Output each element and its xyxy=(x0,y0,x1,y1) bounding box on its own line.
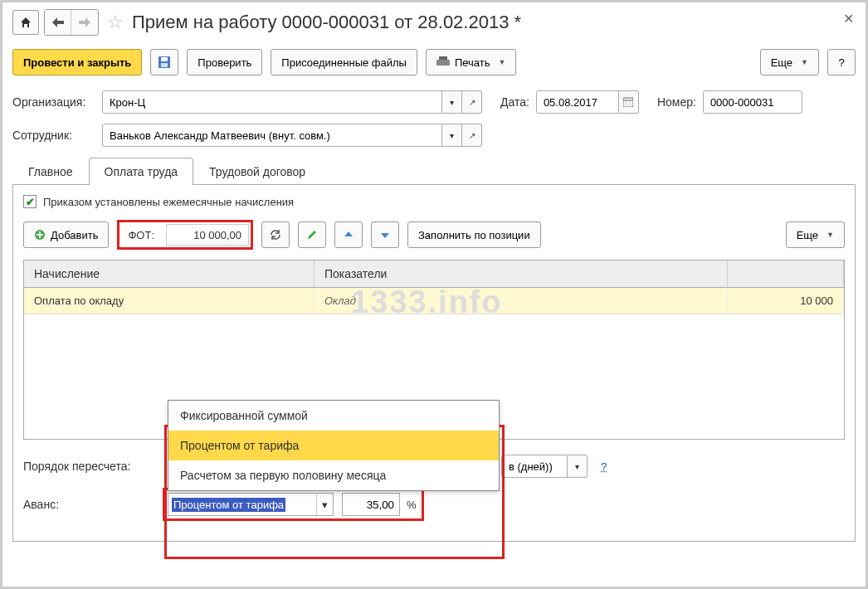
tab-contract[interactable]: Трудовой договор xyxy=(193,158,321,185)
fot-label: ФОТ: xyxy=(121,229,161,241)
more-button[interactable]: Еще ▼ xyxy=(760,49,819,75)
move-up-button[interactable] xyxy=(334,221,363,248)
chevron-down-icon: ▼ xyxy=(499,58,506,66)
recalc-input[interactable] xyxy=(501,455,568,478)
advance-dropdown-list: Фиксированной суммой Процентом от тарифа… xyxy=(168,400,500,491)
advance-option-percent[interactable]: Процентом от тарифа xyxy=(168,431,499,460)
calendar-button[interactable] xyxy=(619,90,639,114)
svg-rect-3 xyxy=(623,98,633,107)
edit-button[interactable] xyxy=(298,221,326,248)
close-icon[interactable]: ✕ xyxy=(843,11,854,27)
cell-indicator: Оклад xyxy=(315,288,728,314)
recalc-label: Порядок пересчета: xyxy=(23,460,156,473)
number-input[interactable] xyxy=(703,90,802,114)
fot-value: 10 000,00 xyxy=(166,224,249,246)
org-dropdown-button[interactable]: ▾ xyxy=(442,90,462,114)
grid-header-indicators: Показатели xyxy=(315,260,728,287)
advance-select[interactable]: Процентом от тарифа ▾ xyxy=(168,493,334,516)
check-button[interactable]: Проверить xyxy=(187,49,262,75)
table-row[interactable]: Оплата по окладу Оклад 10 000 xyxy=(24,288,844,314)
move-down-button[interactable] xyxy=(371,221,399,248)
attached-files-button[interactable]: Присоединенные файлы xyxy=(271,49,417,75)
advance-option-calc[interactable]: Расчетом за первую половину месяца xyxy=(168,460,499,490)
recalc-dropdown-button[interactable]: ▾ xyxy=(568,455,588,478)
home-button[interactable] xyxy=(12,10,39,35)
chevron-down-icon: ▼ xyxy=(827,231,834,239)
employee-label: Сотрудник: xyxy=(12,129,95,142)
svg-rect-1 xyxy=(161,57,168,61)
main-toolbar: Провести и закрыть Проверить Присоединен… xyxy=(12,49,856,75)
date-label: Дата: xyxy=(500,95,529,109)
tab-pay[interactable]: Оплата труда xyxy=(89,158,194,185)
help-button[interactable]: ? xyxy=(827,49,856,75)
monthly-accruals-checkbox[interactable]: ✔ xyxy=(23,195,37,208)
org-open-button[interactable]: ↗ xyxy=(462,90,482,114)
favorite-icon[interactable]: ☆ xyxy=(107,12,124,33)
employee-dropdown-button[interactable]: ▾ xyxy=(442,124,462,147)
fill-by-position-button[interactable]: Заполнить по позиции xyxy=(407,221,541,248)
submit-close-button[interactable]: Провести и закрыть xyxy=(12,49,142,75)
grid-header-value xyxy=(728,260,844,287)
help-link[interactable]: ? xyxy=(601,460,607,473)
svg-rect-2 xyxy=(161,63,168,67)
chevron-down-icon[interactable]: ▾ xyxy=(316,494,333,515)
date-input[interactable] xyxy=(536,90,619,114)
forward-button[interactable] xyxy=(71,10,98,35)
advance-selected-text: Процентом от тарифа xyxy=(172,498,285,512)
cell-value: 10 000 xyxy=(728,288,844,314)
number-label: Номер: xyxy=(657,95,696,109)
grid-more-button[interactable]: Еще ▼ xyxy=(786,221,845,248)
chevron-down-icon: ▼ xyxy=(801,58,808,66)
advance-percent-input[interactable] xyxy=(342,493,400,516)
tab-content-pay: 1333.info ✔ Приказом установлены ежемеся… xyxy=(12,185,856,542)
monthly-accruals-label: Приказом установлены ежемесячные начисле… xyxy=(43,196,294,208)
tabs: Главное Оплата труда Трудовой договор xyxy=(12,157,856,185)
org-input[interactable] xyxy=(102,90,442,114)
printer-icon xyxy=(436,56,450,68)
save-button[interactable] xyxy=(150,49,178,75)
employee-open-button[interactable]: ↗ xyxy=(462,124,482,147)
back-button[interactable] xyxy=(45,10,71,35)
page-title: Прием на работу 0000-000031 от 28.02.201… xyxy=(132,12,521,33)
refresh-button[interactable] xyxy=(261,221,290,248)
print-button[interactable]: Печать ▼ xyxy=(426,49,517,75)
percent-symbol: % xyxy=(407,499,417,511)
add-button[interactable]: Добавить xyxy=(23,221,109,248)
employee-input[interactable] xyxy=(102,124,442,147)
tab-main[interactable]: Главное xyxy=(12,158,89,185)
cell-accrual: Оплата по окладу xyxy=(24,288,315,314)
grid-header-accrual: Начисление xyxy=(24,260,315,287)
titlebar: ☆ Прием на работу 0000-000031 от 28.02.2… xyxy=(12,9,856,36)
advance-label: Аванс: xyxy=(23,498,156,511)
org-label: Организация: xyxy=(12,95,95,109)
advance-option-fixed[interactable]: Фиксированной суммой xyxy=(168,401,499,431)
fot-highlight: ФОТ: 10 000,00 xyxy=(117,220,253,250)
